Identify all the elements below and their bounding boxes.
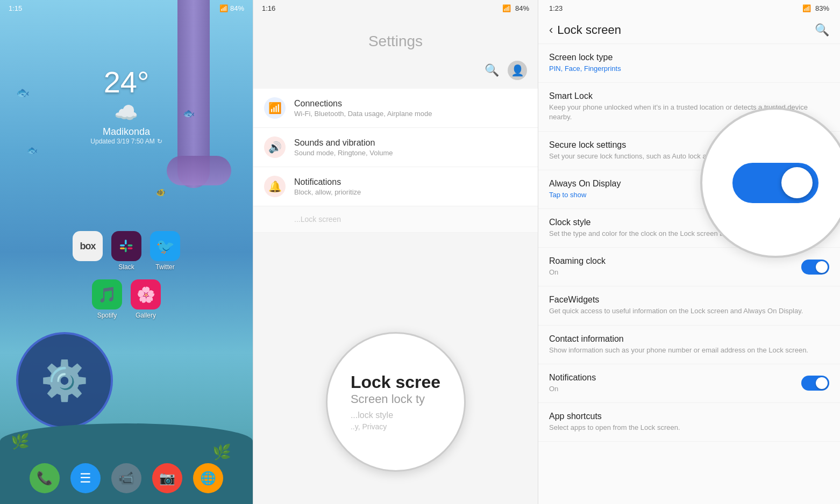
- lock-item-app-shortcuts[interactable]: App shortcuts Select apps to open from t…: [538, 403, 840, 442]
- weather-updated: Updated 3/19 7:50 AM ↻: [90, 138, 162, 145]
- dock-messages-button[interactable]: ☰: [70, 463, 101, 493]
- weather-cloud-icon: ☁️: [90, 102, 162, 124]
- lock-item-facewidgets[interactable]: FaceWidgets Get quick access to useful i…: [538, 286, 840, 325]
- svg-rect-3: [125, 247, 127, 252]
- spotify-label: Spotify: [97, 312, 117, 319]
- gallery-label: Gallery: [136, 312, 156, 319]
- home-time: 1:15: [9, 4, 22, 12]
- settings-panel: 1:16 📶 84% Settings 🔍 👤 📶 Connections Wi…: [253, 0, 538, 504]
- settings-item-sounds[interactable]: 🔊 Sounds and vibration Sound mode, Ringt…: [253, 128, 538, 167]
- roaming-clock-text: Roaming clock On: [549, 256, 606, 277]
- app-grid-row2: 🎵 Spotify 🌸 Gallery: [0, 279, 253, 319]
- gallery-icon: 🌸: [131, 279, 161, 309]
- twitter-icon: 🐦: [150, 231, 180, 261]
- lock-wifi-icon: 📶: [802, 4, 811, 12]
- settings-item-partial: ...Lock screen: [253, 206, 538, 233]
- notifications-row: Notifications On: [549, 373, 829, 394]
- seaweed-icon-2: 🌿: [212, 443, 231, 461]
- settings-title: Settings: [253, 17, 538, 61]
- home-battery: 84%: [230, 4, 244, 12]
- toggle-knob-notif: [816, 377, 828, 389]
- back-button[interactable]: ‹: [549, 23, 553, 37]
- lock-item-contact-info[interactable]: Contact information Show information suc…: [538, 326, 840, 364]
- notifications-icon: 🔔: [264, 176, 286, 197]
- settings-battery: 84%: [515, 4, 529, 12]
- lock-time: 1:23: [549, 4, 563, 12]
- dock-camera-button[interactable]: 📷: [152, 463, 182, 493]
- dock-video-button[interactable]: 📹: [111, 463, 141, 493]
- zoom-lock-title: Lock scree: [351, 373, 440, 392]
- settings-wifi-icon: 📶: [502, 4, 511, 12]
- slack-icon: [111, 231, 141, 261]
- home-wifi-icon: 📶: [219, 4, 228, 12]
- fish-icon-4: 🐠: [156, 188, 165, 197]
- settings-search-icon[interactable]: 🔍: [485, 63, 499, 77]
- connections-icon: 📶: [264, 97, 286, 119]
- lock-screen-title: Lock screen: [557, 23, 621, 37]
- svg-rect-1: [125, 240, 127, 244]
- svg-rect-2: [127, 244, 132, 247]
- zoom-extra-text: ...lock style: [351, 411, 440, 420]
- refresh-icon: ↻: [157, 138, 162, 145]
- weather-temp: 24°: [90, 64, 162, 99]
- sounds-text: Sounds and vibration Sound mode, Rington…: [294, 138, 393, 157]
- lock-status-icons: 📶 83%: [802, 4, 829, 12]
- twitter-label: Twitter: [155, 263, 174, 271]
- home-screen-panel: 1:15 📶 84% 🐟 🐟 🐟 🐠 24° ☁️ Madikonda Upda…: [0, 0, 253, 504]
- settings-avatar: 👤: [508, 61, 527, 80]
- partial-item-text: ...Lock screen: [264, 215, 527, 224]
- zoom-extra-text-2: ..y, Privacy: [351, 422, 440, 431]
- big-toggle-knob: [781, 167, 813, 198]
- settings-status-icons: 📶 84%: [502, 4, 529, 12]
- fish-icon-2: 🐟: [183, 107, 195, 119]
- pipe-head-decoration: [167, 156, 231, 185]
- settings-item-connections[interactable]: 📶 Connections Wi-Fi, Bluetooth, Data usa…: [253, 89, 538, 128]
- app-grid-row1: box Slack 🐦 Twitter: [0, 231, 253, 271]
- zoom-content: Lock scree Screen lock ty ...lock style …: [342, 364, 449, 439]
- app-spotify[interactable]: 🎵 Spotify: [92, 279, 122, 319]
- connections-text: Connections Wi-Fi, Bluetooth, Data usage…: [294, 99, 432, 118]
- roaming-clock-row: Roaming clock On: [549, 256, 829, 277]
- dock-phone-button[interactable]: 📞: [30, 463, 60, 493]
- app-box[interactable]: box: [73, 231, 103, 271]
- lock-header: ‹ Lock screen 🔍: [538, 17, 840, 44]
- lock-item-screen-lock-type[interactable]: Screen lock type PIN, Face, Fingerprints: [538, 44, 840, 83]
- app-slack[interactable]: Slack: [111, 231, 141, 271]
- app-gallery[interactable]: 🌸 Gallery: [131, 279, 161, 319]
- home-dock: 📞 ☰ 📹 📷 🌐: [0, 463, 253, 493]
- big-toggle-switch[interactable]: [732, 163, 818, 203]
- toggle-knob: [816, 261, 828, 273]
- lock-header-left: ‹ Lock screen: [549, 23, 621, 37]
- home-status-bar: 1:15 📶 84%: [0, 0, 253, 17]
- slack-label: Slack: [118, 263, 134, 271]
- seaweed-icon: 🌿: [11, 433, 30, 450]
- svg-rect-0: [120, 244, 125, 247]
- box-icon: box: [73, 231, 103, 261]
- sounds-icon: 🔊: [264, 136, 286, 158]
- spotify-icon: 🎵: [92, 279, 122, 309]
- lock-search-icon[interactable]: 🔍: [815, 23, 829, 37]
- settings-status-bar: 1:16 📶 84%: [253, 0, 538, 17]
- roaming-clock-toggle[interactable]: [801, 260, 829, 275]
- notifications-toggle[interactable]: [801, 376, 829, 391]
- settings-item-notifications[interactable]: 🔔 Notifications Block, allow, prioritize: [253, 167, 538, 206]
- lock-battery: 83%: [815, 4, 829, 12]
- fish-icon-3: 🐟: [27, 145, 38, 155]
- settings-search-bar: 🔍 👤: [253, 61, 538, 89]
- app-twitter[interactable]: 🐦 Twitter: [150, 231, 180, 271]
- weather-city: Madikonda: [90, 126, 162, 138]
- notifications-text: Notifications Block, allow, prioritize: [294, 177, 361, 196]
- weather-widget: 24° ☁️ Madikonda Updated 3/19 7:50 AM ↻: [90, 64, 162, 145]
- lock-screen-settings-panel: 1:23 📶 83% ‹ Lock screen 🔍 Screen lock t…: [538, 0, 840, 504]
- zoom-circle: Lock scree Screen lock ty ...lock style …: [326, 332, 466, 472]
- fish-icon: 🐟: [16, 86, 30, 99]
- lock-status-bar: 1:23 📶 83%: [538, 0, 840, 17]
- lock-item-notifications[interactable]: Notifications On: [538, 364, 840, 403]
- svg-rect-6: [127, 247, 132, 249]
- zoom-lock-sub: Screen lock ty: [351, 392, 440, 406]
- home-status-icons: 📶 84%: [219, 4, 244, 12]
- settings-time: 1:16: [262, 4, 275, 12]
- dock-chrome-button[interactable]: 🌐: [193, 463, 223, 493]
- svg-rect-4: [120, 247, 125, 249]
- always-on-display-text: Always On Display Tap to show: [549, 179, 621, 200]
